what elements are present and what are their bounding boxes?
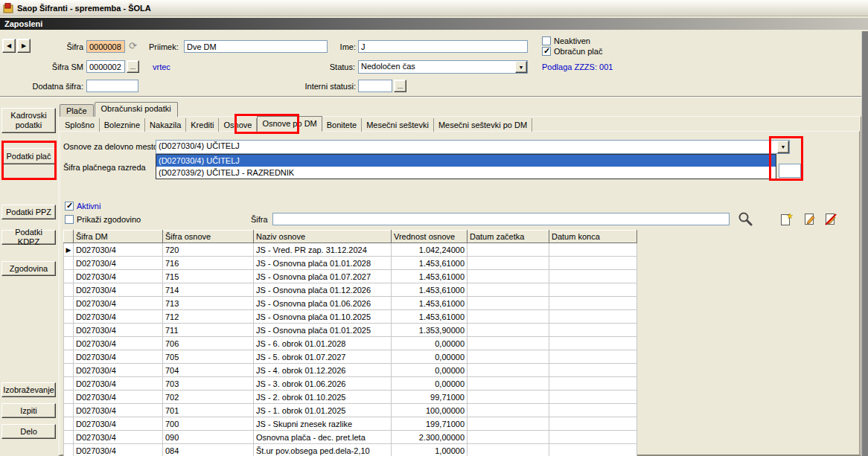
grid-column-header[interactable]: Naziv osnove bbox=[254, 231, 392, 243]
cell-datum-zacetka bbox=[467, 310, 549, 324]
status-label: Status: bbox=[318, 62, 355, 71]
row-selector: ▶ bbox=[64, 243, 74, 257]
grid-column-header[interactable]: Datum začetka bbox=[467, 231, 549, 243]
tab-place[interactable]: Plače bbox=[60, 104, 94, 117]
cell-datum-konca bbox=[549, 310, 637, 324]
tab-obracunski-podatki[interactable]: Obračunski podatki bbox=[95, 102, 178, 117]
edit-record-icon[interactable] bbox=[803, 213, 817, 226]
table-row[interactable]: D027030/4 712 JS - Osnovna plača 01.10.2… bbox=[64, 310, 637, 324]
cell-naziv-osnove: JS - Osnovna plača 01.06.2026 bbox=[254, 297, 392, 310]
tab-boleznine[interactable]: Boleznine bbox=[100, 118, 145, 132]
cell-datum-konca bbox=[549, 417, 637, 431]
refresh-icon[interactable]: ⟳ bbox=[129, 40, 137, 51]
next-record-button[interactable]: ▶ bbox=[17, 39, 31, 53]
cell-datum-zacetka bbox=[467, 297, 549, 310]
sidebar-item-podatki-kdpz[interactable]: Podatki KDPZ bbox=[1, 230, 56, 245]
cell-datum-zacetka bbox=[467, 257, 549, 270]
table-row[interactable]: D027030/4 704 JS - 4. obrok 01.12.2026 0… bbox=[64, 364, 637, 377]
sidebar-item-delo[interactable]: Delo bbox=[1, 424, 56, 439]
sidebar-item-kadrovski-podatki[interactable]: Kadrovski podatki bbox=[1, 108, 56, 133]
grid-column-header[interactable]: Šifra DM bbox=[74, 231, 163, 243]
tab-splosno[interactable]: Splošno bbox=[60, 118, 100, 132]
cell-datum-konca bbox=[549, 444, 637, 456]
podlaga-zzzs-link[interactable]: Podlaga ZZZS: 001 bbox=[542, 62, 613, 71]
table-row[interactable]: D027030/4 706 JS - 6. obrok 01.01.2028 0… bbox=[64, 337, 637, 350]
tab-mesecni-sestevki[interactable]: Mesečni seštevki bbox=[362, 118, 434, 132]
table-row[interactable]: D027030/4 702 JS - 2. obrok 01.10.2025 9… bbox=[64, 391, 637, 404]
sidebar-item-podatki-ppz[interactable]: Podatki PPZ bbox=[1, 205, 56, 219]
cell-sifra-osnove: 704 bbox=[163, 364, 254, 377]
dropdown-option[interactable]: (D027030/4) UČITELJ bbox=[156, 155, 776, 167]
table-row[interactable]: D027030/4 716 JS - Osnovna plača 01.01.2… bbox=[64, 257, 637, 270]
cell-naziv-osnove: JS - Osnovna plača 01.01.2025 bbox=[254, 324, 392, 337]
tab-bonitete[interactable]: Bonitete bbox=[322, 118, 362, 132]
status-combobox[interactable]: Nedoločen čas ▼ bbox=[358, 60, 528, 74]
sidebar-item-izobrazevanje[interactable]: Izobraževanje bbox=[1, 382, 56, 397]
dropdown-option[interactable]: (D027039/2) UČITELJ - RAZREDNIK bbox=[156, 167, 776, 179]
aktivni-checkbox[interactable] bbox=[65, 202, 74, 211]
table-row[interactable]: D027030/4 705 JS - 5. obrok 01.07.2027 0… bbox=[64, 350, 637, 364]
prev-record-button[interactable]: ◀ bbox=[2, 39, 16, 53]
insert-record-icon[interactable] bbox=[779, 213, 793, 226]
search-icon[interactable] bbox=[738, 211, 753, 226]
main-tabs: Plače Obračunski podatki bbox=[60, 102, 179, 117]
tab-osnove[interactable]: Osnove bbox=[219, 118, 257, 132]
table-row[interactable]: D027030/4 084 Št.ur pov.obsega ped.dela-… bbox=[64, 444, 637, 456]
table-row[interactable]: D027030/4 703 JS - 3. obrok 01.06.2026 0… bbox=[64, 377, 637, 391]
tab-mesecni-sestevki-po-dm[interactable]: Mesečni seštevki po DM bbox=[434, 118, 532, 132]
delovno-mesto-dropdown-list: (D027030/4) UČITELJ (D027039/2) UČITELJ … bbox=[156, 154, 776, 179]
sifra-sm-input[interactable] bbox=[86, 60, 125, 73]
grid-column-header[interactable]: Vrednost osnove bbox=[392, 231, 467, 243]
filter-sifra-input[interactable] bbox=[272, 213, 730, 225]
grid-header-row: Šifra DMŠifra osnoveNaziv osnoveVrednost… bbox=[64, 231, 637, 243]
delovno-mesto-dropdown-arrow-icon[interactable]: ▼ bbox=[777, 141, 789, 153]
grid-column-header[interactable]: Šifra osnove bbox=[163, 231, 254, 243]
cell-sifra-dm: D027030/4 bbox=[74, 377, 163, 391]
tab-osnove-po-dm[interactable]: Osnove po DM bbox=[257, 116, 322, 132]
sidebar-item-izpiti[interactable]: Izpiti bbox=[1, 403, 56, 418]
cell-sifra-osnove: 712 bbox=[163, 310, 254, 324]
table-row[interactable]: D027030/4 700 JS - Skupni znesek razlike… bbox=[64, 417, 637, 431]
table-row[interactable]: D027030/4 701 JS - 1. obrok 01.01.2025 1… bbox=[64, 404, 637, 417]
cell-datum-zacetka bbox=[467, 283, 549, 297]
sidebar-item-podatki-plac[interactable]: Podatki plač bbox=[1, 148, 56, 164]
delovno-mesto-combobox[interactable]: (D027030/4) UČITELJ ▼ bbox=[156, 140, 790, 154]
sifra-input[interactable] bbox=[86, 40, 125, 53]
sifra-sm-description-link[interactable]: vrtec bbox=[153, 62, 170, 71]
cell-datum-konca bbox=[549, 297, 637, 310]
table-row[interactable]: D027030/4 090 Osnovna plača - dec. pret.… bbox=[64, 431, 637, 444]
delete-record-icon[interactable] bbox=[824, 213, 837, 226]
window-title: Saop Šifranti - sprememba - ŠOLA bbox=[17, 4, 151, 13]
table-row[interactable]: D027030/4 713 JS - Osnovna plača 01.06.2… bbox=[64, 297, 637, 310]
neaktiven-checkbox[interactable] bbox=[542, 36, 551, 45]
prikazi-zgodovino-checkbox[interactable] bbox=[65, 215, 74, 224]
interni-statusi-lookup-button[interactable]: ... bbox=[394, 80, 406, 92]
cell-vrednost-osnove: 99,71000 bbox=[392, 391, 467, 404]
table-row[interactable]: D027030/4 711 JS - Osnovna plača 01.01.2… bbox=[64, 324, 637, 337]
tab-krediti[interactable]: Krediti bbox=[186, 118, 219, 132]
table-row[interactable]: ▶ D027030/4 720 JS - Vred. PR zap. 31.12… bbox=[64, 243, 637, 257]
status-dropdown-arrow-icon[interactable]: ▼ bbox=[515, 61, 527, 73]
vertical-scrollbar[interactable] bbox=[861, 31, 868, 456]
cell-sifra-dm: D027030/4 bbox=[74, 404, 163, 417]
grid-column-header[interactable]: Datum konca bbox=[549, 231, 637, 243]
table-row[interactable]: D027030/4 714 JS - Osnovna plača 01.12.2… bbox=[64, 283, 637, 297]
placni-razred-input[interactable] bbox=[779, 164, 801, 178]
sub-tabs: Splošno Boleznine Nakazila Krediti Osnov… bbox=[60, 118, 532, 132]
cell-naziv-osnove: JS - Osnovna plača 01.10.2025 bbox=[254, 310, 392, 324]
cell-vrednost-osnove: 1,00000 bbox=[392, 444, 467, 456]
cell-datum-konca bbox=[549, 391, 637, 404]
sifra-sm-label: Šifra SM bbox=[37, 62, 83, 71]
priimek-input[interactable] bbox=[184, 40, 328, 53]
interni-statusi-input[interactable] bbox=[358, 80, 392, 92]
cell-datum-zacetka bbox=[467, 324, 549, 337]
tab-nakazila[interactable]: Nakazila bbox=[145, 118, 186, 132]
dodatna-sifra-input[interactable] bbox=[86, 80, 138, 92]
sidebar-item-zgodovina[interactable]: Zgodovina bbox=[1, 261, 56, 276]
cell-datum-zacetka bbox=[467, 350, 549, 364]
ime-input[interactable] bbox=[358, 40, 528, 53]
obracun-plac-checkbox[interactable] bbox=[542, 47, 551, 56]
table-row[interactable]: D027030/4 715 JS - Osnovna plača 01.07.2… bbox=[64, 270, 637, 283]
sifra-sm-lookup-button[interactable]: ... bbox=[127, 60, 139, 73]
grid-header-selector bbox=[64, 231, 74, 243]
